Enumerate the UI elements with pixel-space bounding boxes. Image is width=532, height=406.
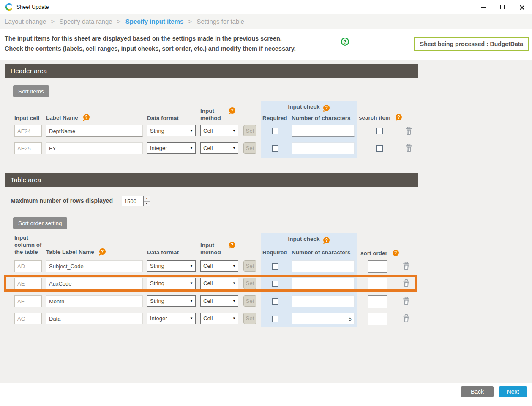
delete-row-button[interactable]	[403, 314, 410, 324]
help-icon[interactable]: ?	[99, 248, 106, 255]
delete-row-button[interactable]	[405, 144, 412, 154]
column-header-label-name: Label Name ?	[46, 114, 90, 121]
required-checkbox[interactable]	[272, 263, 278, 270]
table-label-name-field[interactable]	[46, 295, 143, 307]
required-checkbox[interactable]	[272, 316, 278, 322]
help-icon[interactable]: ?	[341, 38, 349, 46]
sort-items-button[interactable]: Sort items	[13, 85, 49, 97]
sort-order-field[interactable]	[368, 278, 387, 290]
help-icon[interactable]: ?	[229, 242, 235, 248]
required-checkbox[interactable]	[272, 281, 278, 287]
back-button[interactable]: Back	[461, 386, 494, 397]
breadcrumb-separator: >	[188, 18, 192, 25]
chevron-down-icon: ▼	[190, 125, 193, 136]
delete-row-button[interactable]	[405, 127, 412, 136]
trash-icon	[405, 144, 412, 153]
maximize-button[interactable]	[493, 0, 512, 14]
main-content: Header area Sort items Input cell Label …	[0, 60, 532, 383]
set-button[interactable]: Set	[243, 313, 256, 324]
label-name-field[interactable]	[46, 125, 143, 137]
breadcrumb-step-settings-for-table: Settings for table	[196, 18, 244, 25]
input-cell-field[interactable]	[14, 142, 42, 154]
window-title: Sheet Update	[16, 0, 49, 14]
delete-row-button[interactable]	[403, 279, 410, 289]
help-icon[interactable]: ?	[393, 250, 399, 256]
set-button[interactable]: Set	[243, 142, 256, 154]
intro-line-2: Check the contents (labels, cell ranges,…	[5, 44, 296, 54]
table-label-name-field[interactable]	[46, 278, 143, 289]
next-button[interactable]: Next	[499, 386, 527, 397]
table-row: String▼ Cell▼ Set	[0, 295, 423, 308]
required-checkbox[interactable]	[272, 128, 278, 134]
number-of-characters-field[interactable]	[292, 260, 355, 272]
set-button[interactable]: Set	[243, 278, 256, 289]
number-of-characters-field[interactable]	[292, 313, 355, 324]
input-method-select[interactable]: Cell▼	[200, 142, 238, 154]
stepper-down-icon[interactable]: ▼	[144, 202, 150, 206]
input-method-select[interactable]: Cell▼	[200, 313, 238, 324]
table-label-name-field[interactable]	[46, 313, 143, 324]
table-label-name-field[interactable]	[46, 260, 143, 272]
data-format-select[interactable]: String▼	[147, 125, 196, 136]
help-icon[interactable]: ?	[323, 105, 330, 111]
input-method-select[interactable]: Cell▼	[200, 295, 238, 307]
breadcrumb-step-layout-change: Layout change	[5, 18, 46, 25]
input-column-field[interactable]	[14, 313, 42, 324]
search-item-checkbox[interactable]	[376, 145, 383, 152]
chevron-down-icon: ▼	[190, 261, 193, 272]
chevron-down-icon: ▼	[190, 296, 193, 307]
minimize-icon	[481, 7, 486, 8]
column-header-sort-order: sort order ?	[360, 250, 399, 257]
input-method-select[interactable]: Cell▼	[200, 260, 238, 272]
stepper-arrows: ▲ ▼	[144, 196, 150, 206]
data-format-select[interactable]: String▼	[147, 295, 196, 307]
max-rows-label: Maximum number of rows displayed	[11, 197, 113, 204]
search-item-checkbox[interactable]	[376, 128, 383, 134]
set-button[interactable]: Set	[243, 295, 256, 307]
help-icon[interactable]: ?	[83, 114, 90, 120]
minimize-button[interactable]	[473, 0, 493, 14]
help-icon[interactable]: ?	[229, 107, 235, 114]
set-button[interactable]: Set	[243, 125, 256, 136]
number-of-characters-field[interactable]	[292, 295, 355, 307]
sort-order-field[interactable]	[368, 313, 387, 325]
sort-order-field[interactable]	[368, 295, 387, 308]
delete-row-button[interactable]	[403, 262, 410, 272]
close-button[interactable]	[512, 0, 532, 14]
input-cell-field[interactable]	[14, 125, 42, 137]
required-checkbox[interactable]	[272, 145, 278, 152]
input-method-select[interactable]: Cell▼	[200, 125, 238, 136]
column-header-required: Required	[262, 249, 287, 256]
help-icon[interactable]: ?	[323, 237, 330, 243]
number-of-characters-field[interactable]	[292, 278, 355, 289]
stepper-up-icon[interactable]: ▲	[144, 196, 150, 202]
input-method-select[interactable]: Cell▼	[200, 278, 238, 289]
help-icon[interactable]: ?	[396, 114, 402, 120]
data-format-select[interactable]: String▼	[147, 260, 196, 272]
number-of-characters-field[interactable]	[292, 125, 355, 137]
required-checkbox[interactable]	[272, 298, 278, 305]
data-format-select[interactable]: Integer▼	[147, 142, 196, 154]
sheet-update-window: Sheet Update Layout change > Specify dat…	[0, 0, 532, 406]
data-format-select[interactable]: String▼	[147, 278, 196, 289]
sort-order-field[interactable]	[368, 260, 387, 273]
column-header-table-label-name: Table Label Name ?	[46, 248, 106, 256]
input-column-field[interactable]	[14, 260, 42, 272]
set-button[interactable]: Set	[243, 260, 256, 272]
input-column-field[interactable]	[14, 295, 42, 307]
input-column-field[interactable]	[14, 278, 42, 289]
sort-order-setting-button[interactable]: Sort order setting	[13, 217, 67, 229]
delete-row-button[interactable]	[403, 297, 410, 307]
header-area-title-bar: Header area	[5, 64, 418, 78]
number-of-characters-field[interactable]	[292, 142, 355, 154]
breadcrumb-separator: >	[51, 18, 55, 25]
trash-icon	[403, 314, 410, 323]
max-rows-input[interactable]	[122, 196, 144, 206]
trash-icon	[405, 127, 412, 135]
data-format-select[interactable]: Integer▼	[147, 313, 196, 324]
intro-band: The input items for this sheet are displ…	[0, 30, 532, 60]
app-icon	[5, 3, 13, 11]
header-row: Integer▼ Cell▼ Set	[0, 142, 423, 155]
label-name-field[interactable]	[46, 142, 143, 154]
column-header-data-format: Data format	[147, 249, 179, 256]
